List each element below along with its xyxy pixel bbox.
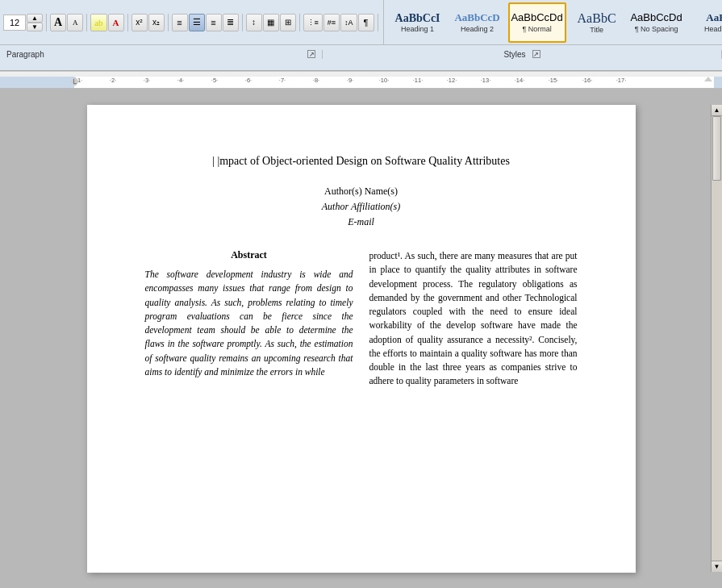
highlight-icon: ab (94, 18, 102, 27)
style-nospacing-label: ¶ No Spacing (635, 25, 678, 33)
font-grow-btn[interactable]: A (50, 14, 66, 31)
ruler-num-2: ·2· (110, 77, 116, 84)
style-heading[interactable]: AaB Head... (687, 2, 722, 43)
ruler-num-3: ·3· (144, 77, 150, 84)
spacing-group: ↕ ▦ ⊞ (246, 14, 300, 31)
ruler-content: └ ·1· ·2· ·3· ·4· ·5· ·6· ·7· ·8· ·9· ·1… (0, 72, 722, 88)
subscript-icon: x₂ (152, 18, 160, 27)
font-size-up[interactable]: ▲ (27, 14, 43, 23)
ruler-num-6: ·6· (245, 77, 252, 84)
styles-section-label: Styles ↗ (323, 50, 722, 59)
ruler-num-14: ·14· (515, 77, 525, 84)
style-heading2[interactable]: AaBbCcD Heading 2 (449, 2, 507, 43)
author-block: Author(s) Name(s) Author Affiliation(s) … (145, 184, 578, 231)
font-shrink-icon: A (73, 19, 78, 27)
align-left-icon: ≡ (177, 18, 182, 27)
two-column-content: Abstract The software development indust… (145, 249, 578, 389)
numbering-btn[interactable]: #≡ (323, 14, 340, 31)
style-title[interactable]: AaBbC Title (568, 2, 626, 43)
style-heading-label: Head... (704, 25, 722, 33)
paragraph-section-label: Paragraph ↗ (0, 50, 323, 59)
ruler-num-8: ·8· (313, 77, 319, 84)
align-center-btn[interactable]: ☰ (189, 14, 205, 31)
font-shrink-btn[interactable]: A (67, 14, 83, 31)
align-right-btn[interactable]: ≡ (206, 14, 222, 31)
style-title-preview: AaBbC (578, 11, 616, 26)
right-column: product¹. As such, there are many measur… (369, 249, 578, 389)
ruler-num-10: ·10· (379, 77, 390, 84)
ruler-num-9: ·9· (347, 77, 353, 84)
document-title: |mpact of Object-oriented Design on Soft… (145, 153, 578, 169)
style-heading1-preview: AaBbCcI (395, 12, 440, 24)
toolbar-bottom-labels: Paragraph ↗ Styles ↗ (0, 45, 722, 63)
toolbar-area: ▲ ▼ A A ab A x² x₂ ≡ ☰ (0, 0, 722, 71)
abstract-column: Abstract The software development indust… (145, 249, 353, 389)
highlight-btn[interactable]: ab (90, 14, 106, 31)
scroll-thumb[interactable] (712, 116, 721, 181)
font-color-btn[interactable]: A (108, 14, 124, 31)
borders-icon: ⊞ (285, 18, 291, 27)
ruler: └ ·1· ·2· ·3· ·4· ·5· ·6· ·7· ·8· ·9· ·1… (0, 71, 722, 89)
font-color-icon: A (113, 18, 119, 27)
subscript-btn[interactable]: x₂ (148, 14, 165, 31)
ruler-num-17: ·17· (616, 77, 627, 84)
superscript-icon: x² (136, 18, 142, 27)
scroll-down-btn[interactable]: ▼ (712, 561, 722, 572)
paragraph-label: Paragraph (6, 50, 44, 59)
borders-btn[interactable]: ⊞ (280, 14, 296, 31)
shading-btn[interactable]: ▦ (263, 14, 279, 31)
ruler-tab-marker[interactable]: └ (71, 79, 77, 88)
styles-label: Styles (503, 50, 525, 59)
ruler-num-15: ·15· (549, 77, 559, 84)
ruler-num-4: ·4· (177, 77, 184, 84)
ruler-num-7: ·7· (279, 77, 286, 84)
abstract-text: The software development industry is wid… (145, 268, 353, 379)
document-area: |mpact of Object-oriented Design on Soft… (0, 89, 722, 588)
abstract-heading: Abstract (145, 249, 353, 261)
sort-icon: ↕A (344, 19, 353, 27)
author-name: Author(s) Name(s) (145, 184, 578, 199)
right-margin-marker[interactable] (704, 77, 712, 81)
sort-btn[interactable]: ↕A (340, 14, 357, 31)
ruler-num-11: ·11· (413, 77, 424, 84)
ruler-num-12: ·12· (447, 77, 457, 84)
style-normal-label: ¶ Normal (522, 25, 551, 33)
scroll-up-btn[interactable]: ▲ (712, 105, 722, 116)
ruler-num-13: ·13· (481, 77, 491, 84)
align-justify-icon: ≣ (227, 17, 234, 27)
align-justify-btn[interactable]: ≣ (223, 14, 239, 31)
shading-icon: ▦ (267, 18, 274, 27)
vertical-scrollbar[interactable]: ▲ ▼ (711, 105, 722, 572)
line-spacing-btn[interactable]: ↕ (246, 14, 262, 31)
font-size-down[interactable]: ▼ (27, 23, 43, 31)
superscript-btn[interactable]: x² (131, 14, 148, 31)
line-spacing-icon: ↕ (252, 18, 256, 27)
style-heading1-label: Heading 1 (401, 25, 434, 33)
align-left-btn[interactable]: ≡ (172, 14, 188, 31)
bullets-btn[interactable]: ⋮≡ (303, 14, 323, 31)
ruler-num-5: ·5· (211, 77, 218, 84)
numbering-icon: #≡ (328, 19, 336, 27)
author-affiliation: Author Affiliation(s) (145, 199, 578, 215)
list-group: ⋮≡ #≡ ↕A ¶ (303, 14, 378, 31)
styles-ribbon: AaBbCcI Heading 1 AaBbCcD Heading 2 AaBb… (384, 0, 722, 44)
styles-expand-btn[interactable]: ↗ (532, 50, 540, 58)
bullets-icon: ⋮≡ (307, 19, 319, 27)
style-normal[interactable]: AaBbCcDd ¶ Normal (508, 2, 566, 43)
ruler-num-16: ·16· (582, 77, 593, 84)
style-title-label: Title (590, 26, 603, 34)
alignment-group: ≡ ☰ ≡ ≣ (172, 14, 243, 31)
style-normal-preview: AaBbCcDd (511, 12, 562, 23)
para-mark-icon: ¶ (364, 18, 369, 27)
font-size-input[interactable] (3, 15, 26, 31)
paragraph-expand-btn[interactable]: ↗ (307, 50, 315, 58)
script-group: x² x₂ (131, 14, 169, 31)
style-heading1[interactable]: AaBbCcI Heading 1 (389, 2, 447, 43)
style-nospacing[interactable]: AaBbCcDd ¶ No Spacing (628, 2, 686, 43)
toolbar-top: ▲ ▼ A A ab A x² x₂ ≡ ☰ (0, 0, 722, 45)
style-heading-preview: AaB (706, 12, 722, 23)
font-size-group: ▲ ▼ (3, 14, 47, 31)
text-format-group: ab A (90, 14, 127, 31)
document-page[interactable]: |mpact of Object-oriented Design on Soft… (87, 105, 636, 573)
para-mark-btn[interactable]: ¶ (358, 14, 374, 31)
